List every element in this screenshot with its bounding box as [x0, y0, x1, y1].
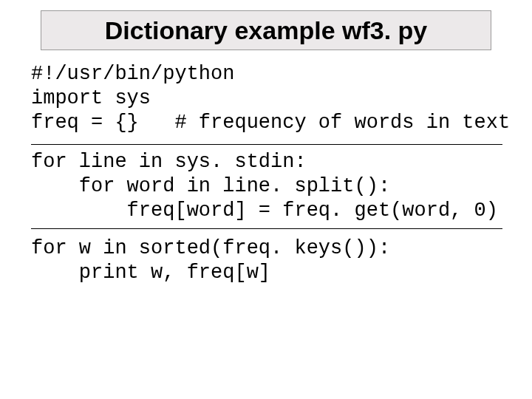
slide-title: Dictionary example wf3. py — [105, 16, 428, 45]
code-block-3: for w in sorted(freq. keys()): print w, … — [31, 236, 390, 285]
separator-2 — [31, 228, 502, 229]
code-block-1: #!/usr/bin/python import sys freq = {} #… — [31, 62, 510, 135]
code-block-2: for line in sys. stdin: for word in line… — [31, 150, 498, 223]
separator-1 — [31, 144, 502, 145]
title-box: Dictionary example wf3. py — [41, 10, 491, 50]
slide: Dictionary example wf3. py #!/usr/bin/py… — [0, 0, 532, 399]
